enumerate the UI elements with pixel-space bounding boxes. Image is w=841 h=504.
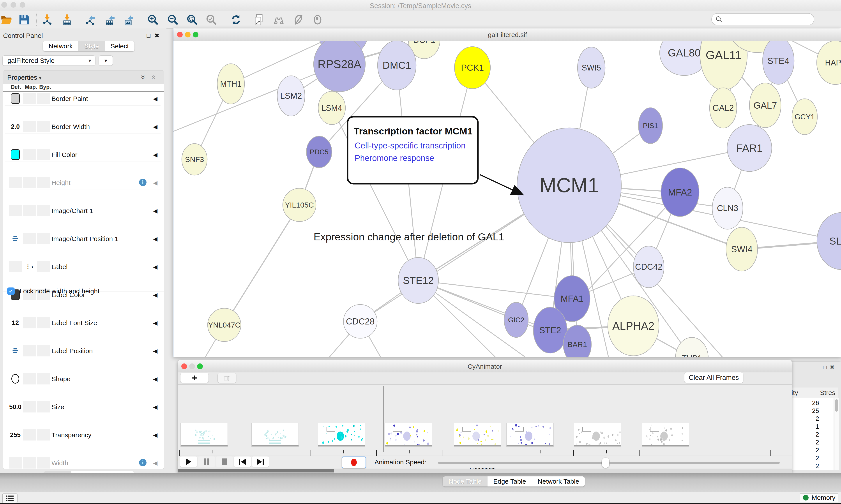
import-table-icon[interactable] [58, 12, 76, 27]
property-row-height[interactable]: Heighti◀ [5, 176, 161, 190]
expand-row-icon[interactable]: ◀ [153, 460, 158, 467]
property-row-size[interactable]: 50.0Size◀ [5, 400, 161, 414]
def-cell[interactable] [9, 233, 22, 244]
timeline-playhead[interactable] [383, 386, 383, 452]
property-row-label[interactable]: ⋮›Label◀ [5, 260, 161, 274]
edge-RPS28A-_b[interactable] [174, 64, 339, 135]
clear-all-frames-button[interactable]: Clear All Frames [684, 373, 743, 383]
node-SNF3[interactable]: SNF3 [182, 144, 207, 175]
style-options-button[interactable]: ▾ [99, 55, 113, 66]
export-image-icon[interactable] [119, 12, 138, 27]
expand-all-icon[interactable]: » [139, 75, 148, 79]
node-PCK1[interactable]: PCK1 [454, 47, 490, 89]
node-MFA2[interactable]: MFA2 [661, 168, 699, 217]
def-cell[interactable] [9, 177, 22, 188]
table-scrollbar[interactable] [834, 398, 839, 470]
timeline-scrollbar[interactable] [178, 469, 792, 473]
memory-button[interactable]: Memory [800, 493, 838, 502]
cyanimator-timeline[interactable]: 0123456789 Seconds [178, 384, 792, 455]
byp-cell[interactable] [37, 205, 50, 216]
map-cell[interactable] [23, 345, 36, 357]
table-rows[interactable]: 26252122222 [791, 398, 834, 470]
def-cell[interactable] [9, 345, 22, 357]
map-cell[interactable] [23, 457, 36, 469]
frame-thumbnail-0[interactable] [180, 423, 228, 447]
frame-thumbnail-3[interactable] [384, 423, 432, 447]
node-CDC28[interactable]: CDC28 [343, 305, 377, 338]
node-FAR1[interactable]: FAR1 [727, 125, 772, 172]
network-canvas[interactable]: RPS28BDCP1RPS28ADMC1PCK1MTH1LSM2LSM4SWI5… [174, 41, 841, 357]
property-row-fill-color[interactable]: Fill Color◀ [5, 148, 161, 162]
style-selector[interactable]: galFiltered Style ▾ [2, 55, 95, 66]
expand-row-icon[interactable]: ◀ [153, 151, 158, 158]
byp-cell[interactable] [37, 261, 50, 272]
byp-cell[interactable] [37, 93, 50, 104]
lock-node-size-row[interactable]: ✓ Lock node width and height [7, 287, 100, 295]
node-RPS28A[interactable]: RPS28A [314, 41, 365, 92]
map-cell[interactable]: ⋮› [23, 261, 36, 272]
byp-cell[interactable] [37, 373, 50, 384]
table-window-buttons[interactable]: □✖ [823, 364, 838, 371]
annotation-icon[interactable] [250, 12, 269, 27]
edge-YIL105C-YNL047C[interactable] [224, 205, 299, 325]
def-cell[interactable]: 255 [9, 429, 22, 440]
add-frame-button[interactable]: + [180, 373, 209, 383]
export-table-icon[interactable] [101, 12, 119, 27]
node-SWI5[interactable]: SWI5 [577, 47, 605, 88]
node-GAL2[interactable]: GAL2 [710, 88, 737, 128]
property-row-label-position[interactable]: Label Position◀ [5, 344, 161, 358]
def-cell[interactable] [9, 261, 22, 272]
frame-thumbnail-2[interactable] [318, 423, 365, 447]
byp-cell[interactable] [37, 233, 50, 244]
property-row-image-chart-position-1[interactable]: Image/Chart Position 1◀ [5, 232, 161, 246]
zoom-fit-icon[interactable] [183, 12, 201, 27]
def-cell[interactable]: 2.0 [9, 121, 22, 132]
node-STE4[interactable]: STE4 [763, 41, 794, 84]
save-icon[interactable] [15, 12, 34, 27]
property-row-border-paint[interactable]: Border Paint◀ [5, 92, 161, 106]
node-LSM4[interactable]: LSM4 [318, 91, 345, 125]
def-cell[interactable]: 12 [9, 317, 22, 328]
annotation-link[interactable]: Pheromone response [355, 154, 434, 163]
node-LSM2[interactable]: LSM2 [277, 76, 305, 116]
node-GAL11[interactable]: GAL11 [700, 41, 747, 90]
byp-cell[interactable] [37, 317, 50, 328]
hide-icon[interactable] [289, 12, 308, 27]
def-cell[interactable] [9, 373, 22, 384]
tab-select[interactable]: Select [105, 41, 135, 51]
cyanimator-titlebar[interactable]: CyAnimator [178, 360, 792, 373]
frame-thumbnail-1[interactable] [251, 423, 299, 447]
refresh-layout-icon[interactable] [227, 12, 246, 27]
binoculars-icon[interactable] [269, 12, 288, 27]
tab-node-table[interactable]: Node Table [443, 476, 487, 486]
collapse-all-icon[interactable]: « [150, 75, 158, 79]
node-PIS1[interactable]: PIS1 [639, 108, 662, 144]
export-network-icon[interactable] [80, 12, 100, 27]
node-ALPHA2[interactable]: ALPHA2 [608, 296, 659, 356]
node-YNL047C[interactable]: YNL047C [208, 308, 241, 342]
node-GAL7[interactable]: GAL7 [749, 83, 781, 128]
frame-thumbnail-7[interactable] [642, 423, 689, 447]
node-MCM1[interactable]: MCM1 [517, 128, 621, 242]
map-cell[interactable] [23, 317, 36, 328]
property-row-transparency[interactable]: 255Transparency◀ [5, 428, 161, 442]
stop-button[interactable] [216, 456, 233, 467]
expand-row-icon[interactable]: ◀ [153, 404, 158, 411]
def-cell[interactable]: 50.0 [9, 401, 22, 413]
node-TUP1[interactable]: TUP1 [676, 337, 708, 357]
node-CLN3[interactable]: CLN3 [712, 187, 743, 229]
map-cell[interactable] [23, 121, 36, 132]
node-SLT2[interactable]: SLT2 [817, 213, 841, 270]
expand-row-icon[interactable]: ◀ [153, 208, 158, 214]
expand-row-icon[interactable]: ◀ [153, 264, 158, 270]
panel-window-buttons[interactable]: □✖ [147, 32, 163, 39]
search-input[interactable] [722, 16, 806, 23]
map-cell[interactable] [23, 93, 36, 104]
byp-cell[interactable] [37, 121, 50, 132]
open-folder-icon[interactable] [0, 12, 16, 27]
eye-icon[interactable] [308, 12, 327, 27]
node-MTH1[interactable]: MTH1 [217, 64, 245, 104]
node-HAP2[interactable]: HAP2 [817, 41, 841, 85]
node-STE12[interactable]: STE12 [398, 257, 439, 303]
map-cell[interactable] [23, 205, 36, 216]
